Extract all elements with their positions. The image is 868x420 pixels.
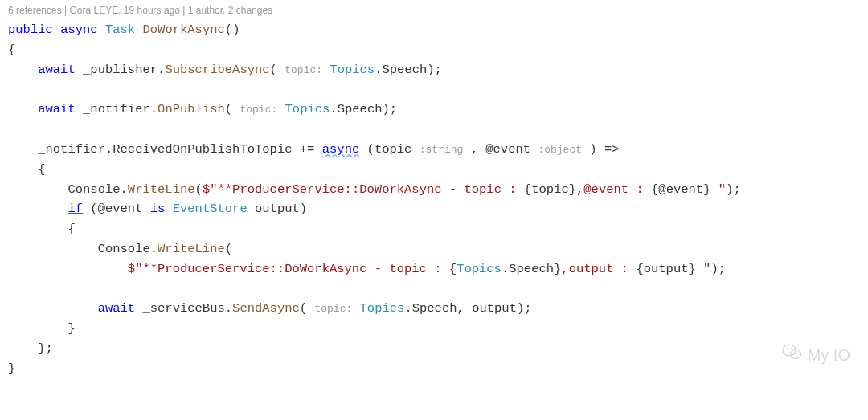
string-part: ,output : (561, 262, 636, 276)
svg-point-3 (790, 348, 792, 349)
keyword-await: await (98, 301, 136, 316)
semi: ; (733, 182, 740, 197)
paren-open: ( (300, 301, 307, 316)
type-topics: Topics (457, 262, 502, 276)
semi: ; (435, 63, 442, 77)
field-notifier: _notifier (83, 102, 150, 116)
interp-open: { (449, 262, 457, 276)
paren-close: ) (710, 262, 718, 276)
interp-close: } (554, 262, 561, 276)
comma: , (471, 142, 478, 157)
watermark: My IO (782, 342, 850, 368)
type-topics: Topics (330, 63, 375, 77)
dot: . (158, 63, 165, 77)
code-block: public async Task DoWorkAsync() { await … (8, 20, 860, 378)
field-publisher: _publisher (83, 63, 158, 77)
keyword-public: public (8, 22, 53, 37)
paren-close: ) (517, 301, 524, 316)
dot: . (404, 301, 411, 316)
paren-open: ( (225, 102, 232, 116)
brace-close: } (8, 361, 15, 376)
interp-open: { (524, 182, 531, 197)
watermark-text: My IO (808, 342, 850, 368)
var-event: @event (658, 182, 703, 197)
keyword-await: await (38, 102, 76, 116)
var-event: @event (98, 202, 143, 216)
comma: , (457, 301, 465, 316)
paren-open: ( (90, 202, 97, 216)
console: Console (98, 242, 150, 256)
paren-close: ) (726, 182, 733, 197)
semi: ; (390, 102, 397, 116)
interp-open: { (651, 182, 658, 197)
paren-close: ) (382, 102, 389, 116)
dot: . (225, 301, 232, 316)
paren-close: ) (589, 142, 596, 157)
dot: . (150, 242, 158, 256)
param-hint-topic: topic: (314, 303, 352, 315)
field-servicebus: _serviceBus (142, 301, 224, 316)
keyword-async: async (60, 22, 98, 37)
paren-open: ( (195, 182, 203, 197)
semi: ; (524, 301, 531, 316)
var-output: output (644, 262, 689, 276)
event-received: ReceivedOnPublishToTopic (113, 142, 292, 157)
type-eventstore: EventStore (173, 202, 248, 216)
var-event: @event (485, 142, 530, 157)
var-topic: topic (531, 182, 569, 197)
brace-open: { (8, 43, 15, 57)
keyword-async-lambda: async (322, 142, 360, 157)
paren-open: ( (270, 63, 277, 77)
dot: . (121, 182, 128, 197)
dot: . (105, 142, 113, 157)
var-output: output (255, 202, 300, 216)
param-hint-object: :object (538, 144, 582, 156)
paren-close: ) (427, 63, 434, 77)
paren-open: ( (225, 242, 232, 256)
svg-point-5 (796, 352, 798, 353)
method-writeline: WriteLine (128, 182, 195, 197)
member-speech: Speech (509, 262, 554, 276)
method-subscribe: SubscribeAsync (165, 63, 269, 77)
brace-open: { (38, 162, 45, 177)
brace-close: } (68, 321, 75, 336)
type-topics: Topics (360, 301, 405, 316)
console: Console (68, 182, 120, 197)
interp-open: { (636, 262, 643, 276)
param-hint-string: :string (420, 144, 464, 156)
dot: . (502, 262, 509, 276)
param-hint-topic: topic: (240, 104, 277, 116)
svg-point-2 (786, 348, 788, 349)
string-part: ,@event : (576, 182, 651, 197)
brace-open: { (68, 222, 75, 236)
member-speech: Speech (412, 301, 457, 316)
svg-point-4 (792, 352, 794, 353)
codelens-info[interactable]: 6 references | Gora LEYE, 19 hours ago |… (8, 3, 860, 18)
param-hint-topic: topic: (285, 64, 322, 76)
keyword-is: is (150, 202, 166, 216)
method-dowork: DoWorkAsync (142, 22, 224, 37)
member-speech: Speech (338, 102, 383, 116)
keyword-if: if (68, 202, 83, 216)
method-writeline: WriteLine (158, 242, 225, 256)
type-topics: Topics (285, 102, 330, 116)
paren-close: ) (300, 202, 307, 216)
wechat-icon (782, 342, 803, 368)
keyword-await: await (38, 63, 76, 77)
dot: . (150, 102, 158, 116)
operator-arrow: => (604, 142, 620, 157)
interp-close: } (569, 182, 576, 197)
string-part: $"**ProducerService::DoWorkAsync - topic… (203, 182, 524, 197)
type-task: Task (105, 22, 135, 37)
string-part: " (696, 262, 711, 276)
var-output: output (472, 301, 517, 316)
var-topic: topic (375, 142, 412, 157)
string-part: " (710, 182, 726, 197)
member-speech: Speech (382, 63, 427, 77)
method-sendasync: SendAsync (232, 301, 300, 316)
paren-open: ( (367, 142, 375, 157)
brace-close: } (38, 341, 45, 356)
paren-close: ) (232, 22, 240, 37)
semi: ; (719, 262, 726, 276)
paren-open: ( (225, 22, 232, 37)
